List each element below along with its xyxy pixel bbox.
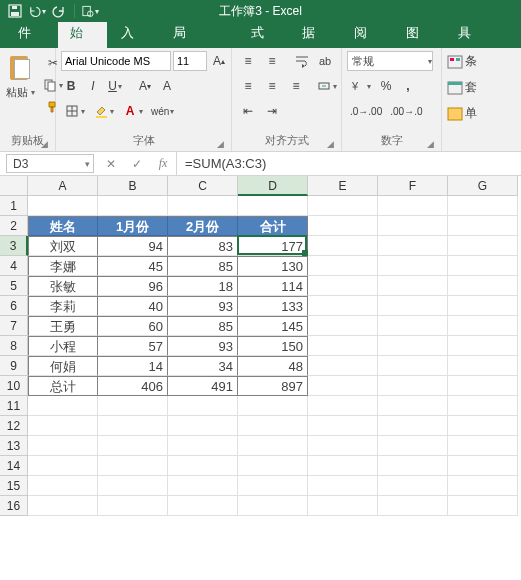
cell[interactable] [238,416,308,436]
cell[interactable] [28,416,98,436]
cell[interactable] [448,316,518,336]
dialog-launcher-icon[interactable]: ◢ [41,139,48,149]
column-header[interactable]: B [98,176,168,196]
save-icon[interactable] [6,2,24,20]
cell[interactable] [238,496,308,516]
borders-button[interactable]: ▾ [61,101,88,121]
cell[interactable] [308,316,378,336]
cell[interactable] [448,456,518,476]
cell[interactable] [308,276,378,296]
column-header[interactable]: A [28,176,98,196]
cell[interactable]: 130 [238,256,308,276]
cell[interactable] [308,256,378,276]
cell[interactable]: 145 [238,316,308,336]
cell[interactable] [378,416,448,436]
cell[interactable]: 150 [238,336,308,356]
redo-icon[interactable] [50,2,68,20]
cell[interactable] [98,396,168,416]
italic-button[interactable]: I [83,76,103,96]
cell[interactable]: 李娜 [28,256,98,276]
cell[interactable] [378,396,448,416]
wrap-text-button[interactable] [291,51,313,71]
cell[interactable]: 45 [98,256,168,276]
cell[interactable] [238,476,308,496]
cell[interactable] [168,456,238,476]
cell[interactable] [378,316,448,336]
undo-icon[interactable]: ▾ [28,2,46,20]
cell[interactable]: 85 [168,316,238,336]
cell[interactable]: 57 [98,336,168,356]
insert-function-button[interactable]: fx [150,156,176,171]
name-box[interactable]: D3▾ [6,154,94,173]
row-header[interactable]: 16 [0,496,28,516]
cell[interactable]: 14 [98,356,168,376]
select-all-triangle[interactable] [0,176,28,196]
cell[interactable] [168,416,238,436]
cell[interactable]: 114 [238,276,308,296]
cell[interactable]: 83 [168,236,238,256]
row-header[interactable]: 4 [0,256,28,276]
cell[interactable] [308,456,378,476]
comma-button[interactable]: , [398,76,418,96]
cell[interactable] [168,496,238,516]
cell[interactable]: 133 [238,296,308,316]
dialog-launcher-icon[interactable]: ◢ [217,139,224,149]
row-headers[interactable]: 12345678910111213141516 [0,196,28,516]
cell[interactable] [378,376,448,396]
cell[interactable] [378,196,448,216]
row-header[interactable]: 2 [0,216,28,236]
conditional-format-icon[interactable] [447,54,463,70]
phonetic-button[interactable]: A [157,76,177,96]
cell[interactable]: 93 [168,336,238,356]
cell[interactable]: 897 [238,376,308,396]
align-left-button[interactable]: ≡ [237,76,259,96]
row-header[interactable]: 10 [0,376,28,396]
formula-input[interactable]: =SUM(A3:C3) [177,152,521,175]
cell[interactable]: 2月份 [168,216,238,236]
cell[interactable]: 94 [98,236,168,256]
cell[interactable] [308,336,378,356]
number-format-select[interactable]: 常规▾ [347,51,433,71]
fill-color-button[interactable]: ▾ [90,101,117,121]
cell[interactable] [98,456,168,476]
cell[interactable] [98,476,168,496]
cell[interactable]: 刘双 [28,236,98,256]
cell[interactable] [308,376,378,396]
cell[interactable] [168,396,238,416]
increase-decimal-button[interactable]: .0→.00 [347,101,385,121]
cell[interactable] [378,336,448,356]
font-size-select[interactable] [173,51,207,71]
cell[interactable] [448,376,518,396]
cell[interactable] [448,416,518,436]
cell[interactable]: 177 [238,236,308,256]
cell[interactable]: 406 [98,376,168,396]
paste-button[interactable]: 粘贴▾ [5,51,35,100]
cell[interactable] [448,276,518,296]
align-right-button[interactable]: ≡ [285,76,307,96]
cell[interactable] [308,436,378,456]
row-header[interactable]: 7 [0,316,28,336]
row-header[interactable]: 12 [0,416,28,436]
cell[interactable]: 小程 [28,336,98,356]
row-header[interactable]: 6 [0,296,28,316]
cell[interactable]: 96 [98,276,168,296]
row-header[interactable]: 1 [0,196,28,216]
cell[interactable] [98,196,168,216]
cell[interactable] [378,276,448,296]
print-preview-icon[interactable]: ▾ [81,2,99,20]
font-name-select[interactable] [61,51,171,71]
cell[interactable] [448,356,518,376]
cell[interactable]: 18 [168,276,238,296]
cell[interactable] [378,456,448,476]
cond-format-label[interactable]: 条 [465,53,477,70]
bold-button[interactable]: B [61,76,81,96]
cell[interactable] [28,456,98,476]
cell[interactable] [308,396,378,416]
cell[interactable] [378,496,448,516]
cell[interactable] [308,496,378,516]
cell[interactable] [238,456,308,476]
cancel-button[interactable]: ✕ [98,157,124,171]
align-top-button[interactable]: ≡ [237,51,259,71]
cell[interactable]: 何娟 [28,356,98,376]
cell[interactable]: 1月份 [98,216,168,236]
